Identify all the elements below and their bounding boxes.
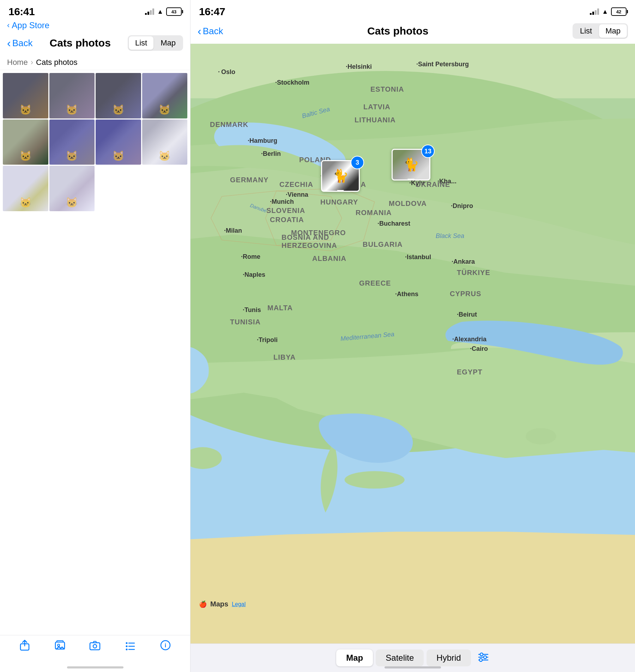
breadcrumb-left: Home › Cats photos <box>0 56 190 70</box>
appstore-back-label: App Store <box>12 20 49 30</box>
svg-text:i: i <box>165 642 166 648</box>
svg-point-8 <box>126 649 128 650</box>
map-mode-hybrid[interactable]: Hybrid <box>427 649 471 666</box>
breadcrumb-current: Cats photos <box>36 58 77 67</box>
list-tab-left[interactable]: List <box>129 36 153 50</box>
svg-rect-2 <box>57 641 63 642</box>
cluster-badge-2: 13 <box>421 145 435 158</box>
svg-point-23 <box>480 653 483 656</box>
photo-cell-10[interactable] <box>49 166 95 211</box>
nav-bar-right: ‹ Back Cats photos List Map <box>190 20 635 44</box>
share-icon[interactable] <box>19 640 30 654</box>
photo-cell-5[interactable] <box>3 120 48 165</box>
map-tab-right[interactable]: Map <box>599 24 627 38</box>
breadcrumb-separator: › <box>31 58 33 67</box>
status-icons-left: ▲ 43 <box>145 7 182 16</box>
cluster-badge-1: 3 <box>351 156 364 169</box>
back-chevron-icon-left: ‹ <box>7 37 11 50</box>
svg-point-24 <box>484 656 486 659</box>
back-label-left: Back <box>12 38 33 49</box>
photo-cell-1[interactable] <box>3 73 48 118</box>
signal-icon-right <box>590 8 599 15</box>
map-filter-icon[interactable] <box>477 651 489 665</box>
appstore-chevron-icon: ‹ <box>7 21 10 30</box>
battery-left: 43 <box>166 7 182 16</box>
time-right: 16:47 <box>199 6 225 18</box>
svg-rect-4 <box>90 643 100 650</box>
photo-cell-6[interactable] <box>49 120 95 165</box>
svg-point-3 <box>58 644 60 646</box>
home-indicator-right <box>385 666 441 668</box>
wifi-icon-left: ▲ <box>157 8 163 16</box>
photo-cell-2[interactable] <box>49 73 95 118</box>
map-view[interactable]: ·Oslo ·Helsinki ·Saint Petersburg ·Stock… <box>190 44 635 643</box>
view-toggle-left: List Map <box>128 35 183 51</box>
camera-icon[interactable] <box>89 640 101 654</box>
photo-cell-9[interactable] <box>3 166 48 211</box>
photo-grid <box>0 70 190 211</box>
svg-point-5 <box>93 644 97 648</box>
photo-cluster-2[interactable]: 🐈 13 <box>392 149 430 181</box>
status-bar-right: 16:47 ▲ 42 <box>190 0 635 20</box>
page-title-right: Cats photos <box>367 25 428 37</box>
bottom-toolbar-left: i <box>0 635 190 658</box>
map-tab-left[interactable]: Map <box>154 36 182 50</box>
map-mode-map[interactable]: Map <box>336 649 373 666</box>
wifi-icon-right: ▲ <box>602 8 608 16</box>
svg-point-18 <box>526 428 556 444</box>
home-indicator-left <box>67 666 123 668</box>
phone-left: 16:41 ▲ 43 ‹ App Store ‹ Back Cats photo… <box>0 0 190 672</box>
photo-cluster-1[interactable]: 🐈 3 <box>321 160 360 192</box>
back-button-right[interactable]: ‹ Back <box>198 25 223 38</box>
svg-point-19 <box>345 471 405 488</box>
appstore-back-row[interactable]: ‹ App Store <box>0 20 190 32</box>
svg-point-7 <box>126 646 128 647</box>
maps-legal[interactable]: Legal <box>232 601 246 607</box>
back-chevron-icon-right: ‹ <box>198 25 201 38</box>
info-icon[interactable]: i <box>160 640 171 654</box>
status-icons-right: ▲ 42 <box>590 7 627 16</box>
gallery-icon[interactable] <box>54 640 66 654</box>
phone-right: 16:47 ▲ 42 ‹ Back Cats photos List Map <box>190 0 635 672</box>
battery-right: 42 <box>611 7 627 16</box>
view-toggle-right: List Map <box>573 23 628 39</box>
signal-icon-left <box>145 8 154 15</box>
svg-point-25 <box>479 659 482 661</box>
photo-cell-8[interactable] <box>142 120 188 165</box>
svg-point-6 <box>126 642 128 644</box>
list-icon[interactable] <box>125 640 136 654</box>
time-left: 16:41 <box>8 6 35 18</box>
nav-bar-left: ‹ Back Cats photos List Map <box>0 32 190 56</box>
page-title-left: Cats photos <box>50 37 111 49</box>
list-tab-right[interactable]: List <box>574 24 598 38</box>
maps-brand: Maps <box>210 600 228 608</box>
status-bar-left: 16:41 ▲ 43 <box>0 0 190 20</box>
map-mode-satelite[interactable]: Satelite <box>376 649 424 666</box>
photo-cell-7[interactable] <box>96 120 141 165</box>
photo-cell-4[interactable] <box>142 73 188 118</box>
photo-cell-3[interactable] <box>96 73 141 118</box>
breadcrumb-home[interactable]: Home <box>7 58 28 67</box>
maps-attribution: 🍎 Maps Legal <box>199 600 246 608</box>
back-label-right: Back <box>203 26 223 37</box>
back-button-left[interactable]: ‹ Back <box>7 37 32 50</box>
